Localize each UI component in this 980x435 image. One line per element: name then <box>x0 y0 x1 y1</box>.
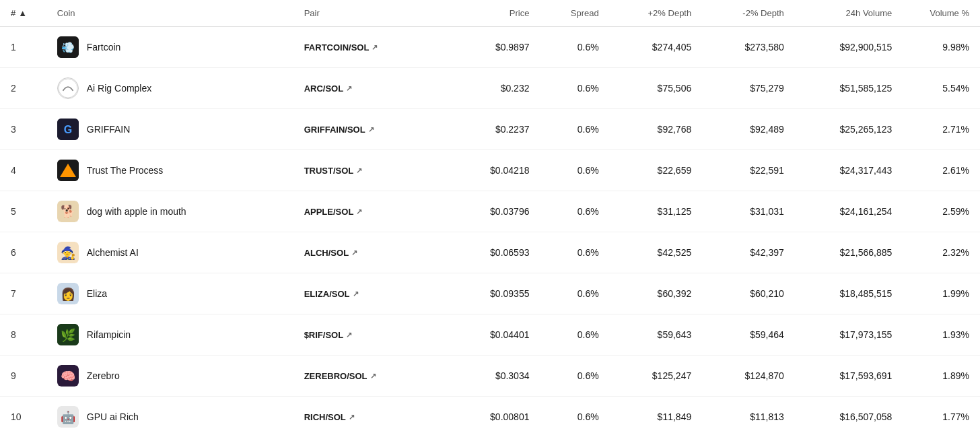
coin-cell-4: 🐕 dog with apple in mouth <box>46 191 293 232</box>
table-row: 10 🤖 GPU ai Rich RICH/SOL ↗ $0.00801 0.6… <box>0 397 980 436</box>
table-body: 1 💨 Fartcoin FARTCOIN/SOL ↗ $0.9897 0.6%… <box>0 27 980 436</box>
depth-minus-cell: $60,210 <box>702 273 795 314</box>
coin-cell-7: 🌿 Rifampicin <box>46 314 293 356</box>
depth-plus-cell: $92,768 <box>610 109 703 150</box>
external-link-icon: ↗ <box>356 166 362 175</box>
spread-cell: 0.6% <box>540 273 609 314</box>
volume-pct-cell: 1.77% <box>903 397 980 436</box>
volume-24h-cell: $24,161,254 <box>795 191 903 232</box>
coin-cell-0: 💨 Fartcoin <box>46 27 293 68</box>
coin-cell-5: 🧙 Alchemist AI <box>46 232 293 273</box>
depth-plus-cell: $75,506 <box>610 68 703 109</box>
depth-minus-cell: $31,031 <box>702 191 795 232</box>
coin-name: GPU ai Rich <box>87 411 139 422</box>
volume-24h-cell: $16,507,058 <box>795 397 903 436</box>
table-row: 8 🌿 Rifampicin $RIF/SOL ↗ $0.04401 0.6% … <box>0 314 980 356</box>
pair-cell[interactable]: ALCH/SOL ↗ <box>293 232 448 273</box>
table-row: 7 👩 Eliza ELIZA/SOL ↗ $0.09355 0.6% $60,… <box>0 273 980 314</box>
pair-cell[interactable]: GRIFFAIN/SOL ↗ <box>293 109 448 150</box>
coin-name: Trust The Process <box>87 165 164 176</box>
pair-link[interactable]: ZEREBRO/SOL ↗ <box>304 371 437 381</box>
volume-24h-cell: $92,900,515 <box>795 27 903 68</box>
coin-name: Rifampicin <box>87 329 131 340</box>
coin-icon: 🧙 <box>57 242 79 263</box>
coin-name: Zerebro <box>87 370 120 381</box>
svg-point-2 <box>59 79 77 98</box>
pair-link[interactable]: RICH/SOL ↗ <box>304 412 437 422</box>
coin-icon: 🤖 <box>57 406 79 428</box>
depth-minus-cell: $59,464 <box>702 314 795 356</box>
rank-cell: 4 <box>0 150 46 191</box>
depth-minus-cell: $75,279 <box>702 68 795 109</box>
pair-link[interactable]: FARTCOIN/SOL ↗ <box>304 42 437 53</box>
pair-link[interactable]: TRUST/SOL ↗ <box>304 166 437 176</box>
pair-cell[interactable]: ARC/SOL ↗ <box>293 68 448 109</box>
coin-icon: G <box>57 119 79 140</box>
pair-link[interactable]: ELIZA/SOL ↗ <box>304 289 437 299</box>
pair-link[interactable]: GRIFFAIN/SOL ↗ <box>304 125 437 135</box>
pair-link[interactable]: $RIF/SOL ↗ <box>304 330 437 340</box>
depth-plus-cell: $11,849 <box>610 397 703 436</box>
price-cell: $0.9897 <box>448 27 540 68</box>
rank-cell: 7 <box>0 273 46 314</box>
price-cell: $0.06593 <box>448 232 540 273</box>
pair-cell[interactable]: ELIZA/SOL ↗ <box>293 273 448 314</box>
depth-plus-cell: $42,525 <box>610 232 703 273</box>
pair-cell[interactable]: FARTCOIN/SOL ↗ <box>293 27 448 68</box>
external-link-icon: ↗ <box>370 372 376 380</box>
depth-plus-cell: $31,125 <box>610 191 703 232</box>
sort-icon: ▲ <box>18 8 27 18</box>
pair-cell[interactable]: TRUST/SOL ↗ <box>293 150 448 191</box>
table-row: 2 Ai Rig Complex ARC/SOL ↗ $0.232 0.6% $… <box>0 68 980 109</box>
price-cell: $0.3034 <box>448 356 540 397</box>
table-row: 9 🧠 Zerebro ZEREBRO/SOL ↗ $0.3034 0.6% $… <box>0 356 980 397</box>
price-cell: $0.232 <box>448 68 540 109</box>
pair-cell[interactable]: APPLE/SOL ↗ <box>293 191 448 232</box>
svg-text:🌿: 🌿 <box>61 328 76 343</box>
pair-link[interactable]: ARC/SOL ↗ <box>304 83 437 94</box>
table-row: 4 Trust The Process TRUST/SOL ↗ $0.04218… <box>0 150 980 191</box>
spread-cell: 0.6% <box>540 397 609 436</box>
table-row: 5 🐕 dog with apple in mouth APPLE/SOL ↗ … <box>0 191 980 232</box>
coin-icon: 💨 <box>57 36 79 58</box>
table-row: 6 🧙 Alchemist AI ALCH/SOL ↗ $0.06593 0.6… <box>0 232 980 273</box>
depth-minus-cell: $42,397 <box>702 232 795 273</box>
coin-icon <box>57 77 79 99</box>
depth-plus-cell: $274,405 <box>610 27 703 68</box>
coin-header: Coin <box>46 0 293 27</box>
coin-name: Alchemist AI <box>87 247 139 258</box>
pair-link[interactable]: ALCH/SOL ↗ <box>304 248 437 258</box>
pair-cell[interactable]: RICH/SOL ↗ <box>293 397 448 436</box>
depth-minus-header: -2% Depth <box>702 0 795 27</box>
rank-cell: 9 <box>0 356 46 397</box>
volume-24h-cell: $17,593,691 <box>795 356 903 397</box>
depth-minus-cell: $92,489 <box>702 109 795 150</box>
spread-cell: 0.6% <box>540 27 609 68</box>
coin-icon: 🧠 <box>57 365 79 387</box>
external-link-icon: ↗ <box>372 43 378 52</box>
volume-pct-cell: 2.32% <box>903 232 980 273</box>
svg-text:🤖: 🤖 <box>61 410 76 425</box>
coin-cell-3: Trust The Process <box>46 150 293 191</box>
external-link-icon: ↗ <box>353 290 359 298</box>
price-cell: $0.04218 <box>448 150 540 191</box>
volume-pct-cell: 2.71% <box>903 109 980 150</box>
depth-minus-cell: $11,813 <box>702 397 795 436</box>
pair-cell[interactable]: $RIF/SOL ↗ <box>293 314 448 356</box>
coin-name: GRIFFAIN <box>87 124 131 135</box>
price-header: Price <box>448 0 540 27</box>
spread-cell: 0.6% <box>540 191 609 232</box>
table-row: 3 G GRIFFAIN GRIFFAIN/SOL ↗ $0.2237 0.6%… <box>0 109 980 150</box>
external-link-icon: ↗ <box>349 413 355 422</box>
table-row: 1 💨 Fartcoin FARTCOIN/SOL ↗ $0.9897 0.6%… <box>0 27 980 68</box>
volume-pct-cell: 2.61% <box>903 150 980 191</box>
coin-name: Eliza <box>87 288 107 299</box>
pair-cell[interactable]: ZEREBRO/SOL ↗ <box>293 356 448 397</box>
volume-24h-cell: $18,485,515 <box>795 273 903 314</box>
rank-header[interactable]: # ▲ <box>0 0 46 27</box>
pair-link[interactable]: APPLE/SOL ↗ <box>304 207 437 217</box>
rank-cell: 10 <box>0 397 46 436</box>
depth-plus-cell: $60,392 <box>610 273 703 314</box>
spread-cell: 0.6% <box>540 232 609 273</box>
coin-name: Fartcoin <box>87 42 121 53</box>
